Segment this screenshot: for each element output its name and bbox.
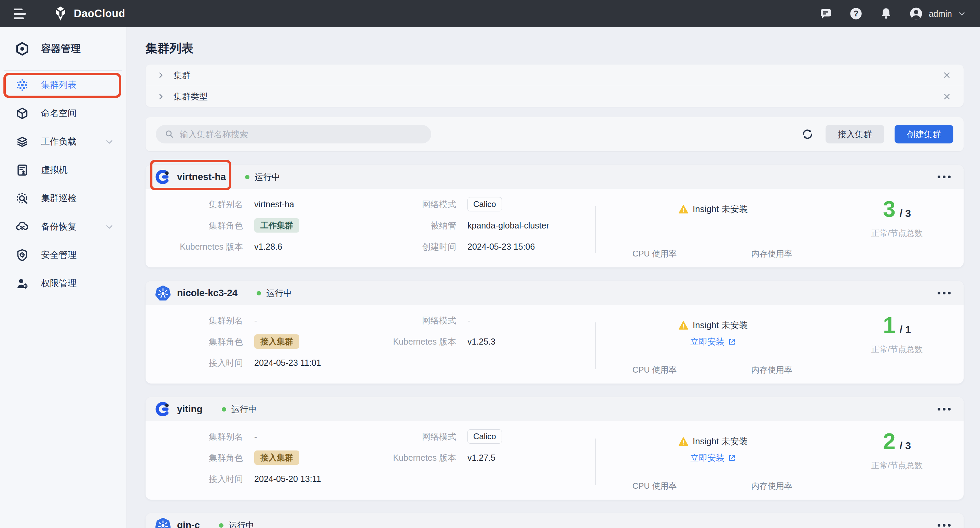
install-now-link[interactable]: 立即安装: [690, 336, 736, 347]
cluster-role-badge: 接入集群: [254, 335, 299, 349]
install-now-link[interactable]: 立即安装: [690, 452, 736, 463]
info-label: 被纳管: [359, 220, 456, 231]
sidebar-item-label: 安全管理: [41, 249, 76, 261]
info-label: 集群别名: [146, 431, 243, 442]
filter-row-cluster[interactable]: 集群: [146, 65, 964, 86]
info-label: Kubernetes 版本: [359, 336, 456, 347]
info-label: 集群角色: [146, 336, 243, 347]
sidebar-item-label: 集群巡检: [41, 192, 76, 204]
info-row: 集群角色 接入集群: [146, 331, 359, 352]
attach-cluster-button[interactable]: 接入集群: [826, 125, 885, 143]
info-value: v1.25.3: [468, 337, 495, 347]
info-row: 创建时间 2024-05-23 15:06: [359, 236, 595, 257]
namespace-icon: [16, 107, 29, 120]
cluster-name[interactable]: gin-c: [177, 520, 200, 528]
nodes-ready-count: 1: [883, 314, 896, 336]
sidebar-item-security-management[interactable]: 安全管理: [0, 241, 126, 269]
sidebar-item-label: 命名空间: [41, 107, 76, 119]
sidebar-item-namespace[interactable]: 命名空间: [0, 99, 126, 127]
refresh-button[interactable]: [800, 126, 815, 142]
brand-name: DaoCloud: [74, 8, 125, 20]
cluster-card: yiting 运行中 集群别名 - 集群角色 接入集群: [146, 397, 964, 499]
insight-warning-text: Insight 未安装: [693, 319, 748, 331]
nodes-summary: 2 / 3 正常/节点总数: [830, 426, 964, 499]
info-label: 网络模式: [359, 431, 456, 442]
info-value: v1.27.5: [468, 453, 495, 463]
info-row: Kubernetes 版本 v1.25.3: [359, 331, 595, 352]
insight-status: Insight 未安装: [678, 203, 748, 215]
daocloud-logo-icon: [52, 6, 68, 22]
cluster-card: gin-c 运行中: [146, 513, 964, 528]
chevron-right-icon: [156, 71, 165, 79]
card-body: 集群别名 virtnest-ha 集群角色 工作集群 Kubernetes 版本…: [146, 189, 964, 267]
username: admin: [929, 9, 952, 19]
card-header: yiting 运行中: [146, 397, 964, 421]
cluster-name[interactable]: nicole-kc3-24: [177, 287, 237, 298]
sidebar-item-virtual-machine[interactable]: 虚拟机: [0, 156, 126, 184]
more-actions-button[interactable]: [938, 520, 951, 528]
info-row: Kubernetes 版本 v1.28.6: [146, 236, 359, 257]
info-label: 创建时间: [359, 241, 456, 252]
info-row: 被纳管 kpanda-global-cluster: [359, 215, 595, 236]
status-badge: 运行中: [245, 171, 280, 183]
nodes-caption: 正常/节点总数: [871, 460, 923, 471]
chevron-right-icon: [156, 92, 165, 101]
filter-label: 集群类型: [173, 91, 208, 102]
info-row: 集群别名 -: [146, 310, 359, 331]
nodes-total-count: / 1: [900, 324, 911, 335]
sidebar-item-label: 虚拟机: [41, 164, 68, 176]
sidebar-item-workload[interactable]: 工作负载: [0, 127, 126, 156]
sidebar-header: 容器管理: [0, 27, 126, 70]
svg-text:?: ?: [854, 9, 858, 18]
cluster-list-icon: [16, 79, 29, 92]
filter-row-cluster-type[interactable]: 集群类型: [146, 86, 964, 107]
avatar: [909, 6, 923, 21]
search-box[interactable]: [156, 125, 431, 143]
insight-status: Insight 未安装: [678, 436, 748, 447]
hamburger-menu-icon[interactable]: [14, 6, 29, 21]
chat-icon[interactable]: [819, 6, 833, 21]
card-header: virtnest-ha 运行中: [146, 165, 964, 189]
chevron-down-icon: [104, 222, 115, 232]
sidebar-item-permission-management[interactable]: 权限管理: [0, 269, 126, 298]
sidebar-item-cluster-inspection[interactable]: 集群巡检: [0, 184, 126, 212]
insight-status: Insight 未安装: [678, 319, 748, 331]
sidebar-item-backup-restore[interactable]: 备份恢复: [0, 212, 126, 241]
nodes-total-count: / 3: [900, 208, 911, 219]
info-value: 2024-05-23 15:06: [468, 242, 535, 252]
brand: DaoCloud: [52, 6, 125, 22]
info-row: 集群角色 接入集群: [146, 447, 359, 468]
close-icon[interactable]: [941, 69, 953, 81]
info-value: 2024-05-20 13:11: [254, 474, 321, 484]
info-row: 网络模式 Calico: [359, 193, 595, 215]
info-label: 集群别名: [146, 315, 243, 326]
user-menu[interactable]: admin: [909, 6, 966, 21]
bell-icon[interactable]: [879, 6, 893, 21]
card-body: 集群别名 - 集群角色 接入集群 接入时间 2024-05-20 13:11 网…: [146, 421, 964, 499]
close-icon[interactable]: [941, 91, 953, 103]
search-icon: [165, 130, 174, 139]
info-value: -: [254, 432, 257, 442]
network-mode-badge: Calico: [468, 197, 502, 211]
info-label: 集群角色: [146, 452, 243, 463]
more-actions-button[interactable]: [938, 404, 951, 414]
warning-icon: [678, 436, 689, 447]
sidebar-item-cluster-list[interactable]: 集群列表: [0, 71, 126, 99]
more-actions-button[interactable]: [938, 288, 951, 298]
status-text: 运行中: [266, 287, 292, 299]
card-header: nicole-kc3-24 运行中: [146, 281, 964, 305]
cluster-name[interactable]: yiting: [177, 404, 203, 415]
install-now-label: 立即安装: [690, 452, 724, 463]
status-text: 运行中: [231, 404, 257, 415]
dao-cluster-icon: [155, 401, 171, 417]
search-input[interactable]: [180, 130, 422, 140]
more-actions-button[interactable]: [938, 172, 951, 182]
info-label: 集群别名: [146, 199, 243, 210]
create-cluster-button[interactable]: 创建集群: [894, 125, 953, 143]
info-label: 网络模式: [359, 315, 456, 326]
cpu-usage-label: CPU 使用率: [596, 365, 713, 375]
info-label: Kubernetes 版本: [146, 241, 243, 252]
cluster-name[interactable]: virtnest-ha: [177, 171, 226, 182]
help-icon[interactable]: ?: [849, 6, 863, 21]
status-badge: 运行中: [257, 287, 292, 299]
